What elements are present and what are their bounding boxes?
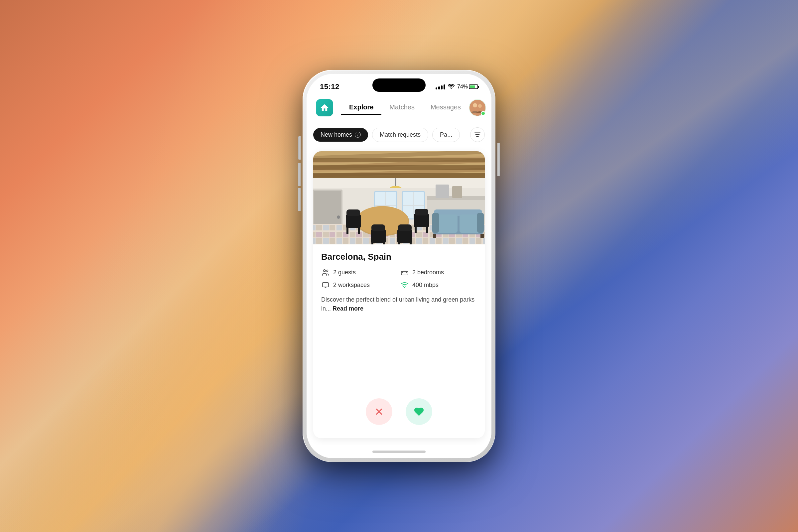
info-icon: i bbox=[355, 132, 361, 138]
phone-device: 15:12 74% bbox=[303, 70, 495, 462]
svg-rect-55 bbox=[372, 225, 385, 231]
status-icons: 74% bbox=[436, 83, 478, 91]
home-indicator bbox=[307, 445, 491, 458]
property-info: Barcelona, Spain bbox=[313, 244, 485, 438]
status-time: 15:12 bbox=[320, 82, 340, 91]
property-image bbox=[313, 151, 485, 244]
spec-workspaces: 2 workspaces bbox=[321, 281, 398, 289]
property-description: Discover the perfect blend of urban livi… bbox=[321, 295, 477, 392]
heart-icon bbox=[414, 407, 424, 417]
signal-bars bbox=[436, 84, 445, 90]
battery-fill bbox=[470, 86, 475, 88]
svg-rect-56 bbox=[372, 242, 374, 244]
battery-container: 74% bbox=[457, 84, 478, 90]
tab-explore[interactable]: Explore bbox=[341, 101, 381, 115]
filter-bar: New homes i Match requests Pa... bbox=[307, 122, 491, 147]
svg-point-2 bbox=[478, 104, 482, 108]
app-content: Explore Matches Messages bbox=[307, 94, 491, 458]
avatar-online-indicator bbox=[481, 111, 486, 116]
svg-rect-64 bbox=[415, 226, 417, 233]
svg-rect-57 bbox=[383, 242, 385, 244]
status-bar: 15:12 74% bbox=[307, 74, 491, 94]
svg-rect-38 bbox=[436, 185, 449, 198]
tab-messages[interactable]: Messages bbox=[423, 101, 469, 115]
bedrooms-icon bbox=[400, 268, 409, 277]
svg-rect-39 bbox=[452, 186, 462, 198]
wifi-speed-icon bbox=[400, 281, 409, 289]
svg-rect-15 bbox=[313, 173, 485, 178]
svg-rect-62 bbox=[414, 214, 429, 227]
svg-rect-16 bbox=[313, 165, 485, 170]
battery-icon bbox=[469, 84, 478, 89]
user-avatar[interactable] bbox=[469, 99, 486, 116]
reject-icon bbox=[374, 407, 384, 417]
spec-wifi: 400 mbps bbox=[400, 281, 477, 289]
spec-bedrooms: 2 bedrooms bbox=[400, 268, 477, 277]
svg-point-25 bbox=[337, 215, 340, 219]
svg-rect-65 bbox=[426, 226, 428, 233]
svg-point-75 bbox=[326, 270, 328, 272]
phone-screen: 15:12 74% bbox=[307, 74, 491, 458]
property-specs: 2 guests bbox=[321, 268, 477, 289]
reject-button[interactable] bbox=[366, 398, 392, 425]
home-icon bbox=[320, 103, 329, 112]
svg-rect-77 bbox=[323, 283, 328, 287]
svg-rect-60 bbox=[398, 242, 400, 244]
battery-percent: 74% bbox=[457, 84, 468, 90]
filter-new-homes[interactable]: New homes i bbox=[313, 128, 368, 141]
svg-rect-72 bbox=[433, 234, 436, 238]
accept-button[interactable] bbox=[406, 398, 432, 425]
app-logo bbox=[316, 99, 333, 116]
nav-bar: Explore Matches Messages bbox=[307, 94, 491, 122]
svg-rect-59 bbox=[398, 225, 412, 231]
svg-rect-50 bbox=[346, 214, 361, 228]
filter-settings-icon bbox=[474, 131, 481, 138]
svg-rect-71 bbox=[477, 213, 484, 233]
svg-rect-70 bbox=[432, 213, 439, 233]
filter-match-requests[interactable]: Match requests bbox=[372, 128, 428, 142]
phone-frame: 15:12 74% bbox=[303, 70, 495, 462]
svg-rect-63 bbox=[415, 209, 428, 215]
svg-rect-17 bbox=[313, 158, 485, 162]
spec-guests: 2 guests bbox=[321, 268, 398, 277]
svg-rect-51 bbox=[346, 209, 360, 216]
svg-rect-73 bbox=[480, 234, 484, 238]
wifi-icon bbox=[448, 83, 455, 91]
svg-rect-53 bbox=[358, 227, 360, 234]
property-location: Barcelona, Spain bbox=[321, 252, 477, 262]
svg-point-1 bbox=[473, 103, 477, 108]
tab-matches[interactable]: Matches bbox=[381, 101, 423, 115]
card-area: Barcelona, Spain bbox=[307, 147, 491, 445]
workspaces-icon bbox=[321, 281, 330, 289]
svg-point-78 bbox=[404, 287, 405, 288]
nav-tabs: Explore Matches Messages bbox=[341, 101, 469, 115]
property-card: Barcelona, Spain bbox=[313, 151, 485, 438]
dynamic-island bbox=[373, 78, 425, 92]
svg-rect-52 bbox=[346, 227, 348, 234]
filter-past[interactable]: Pa... bbox=[432, 128, 460, 142]
svg-rect-61 bbox=[410, 242, 412, 244]
filter-settings-button[interactable] bbox=[470, 127, 485, 142]
guests-icon bbox=[321, 268, 330, 277]
read-more-link[interactable]: Read more bbox=[332, 305, 363, 312]
svg-rect-54 bbox=[371, 229, 386, 243]
action-buttons bbox=[321, 392, 477, 433]
svg-point-74 bbox=[324, 270, 325, 272]
home-bar bbox=[373, 451, 425, 453]
svg-rect-58 bbox=[397, 229, 412, 243]
